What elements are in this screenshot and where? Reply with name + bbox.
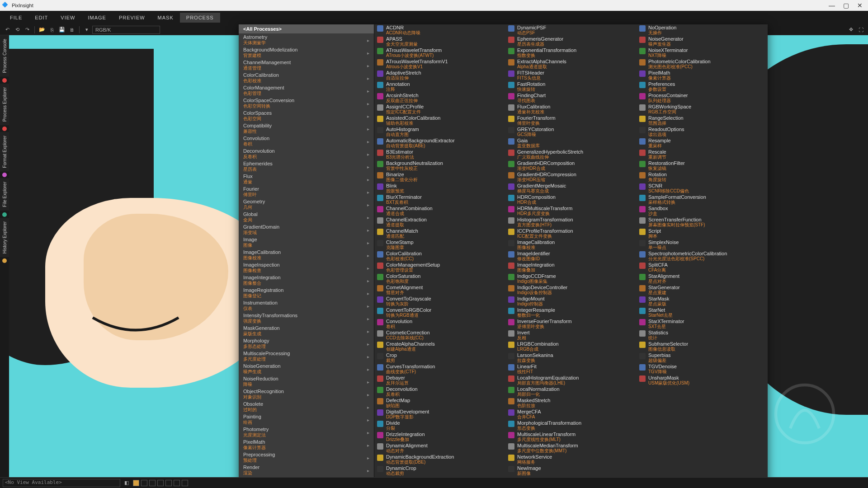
category-maskgeneration[interactable]: MaskGeneration蒙版生成▸ [239, 324, 374, 337]
process-gradienthdrcompression[interactable]: GradientHDRCompression渐变HDR压缩 [505, 171, 637, 183]
process-generalizedhyperbolicstretch[interactable]: GeneralizedHyperbolicStretch广义双曲线拉伸 [505, 149, 637, 160]
swatch-4[interactable] [165, 480, 172, 486]
process-hdrmultiscaletransform[interactable]: HDRMultiscaleTransformHDR多尺度变换 [505, 205, 637, 216]
category-gradientdomain[interactable]: GradientDomain渐变域▸ [239, 223, 374, 236]
category-photometry[interactable]: Photometry光度测定法▸ [239, 426, 374, 438]
saveall-icon[interactable]: 🗎 [67, 25, 76, 34]
process-gaia[interactable]: Gaia盖亚数据库 [505, 137, 637, 149]
category-morphology[interactable]: Morphology多形态处理▸ [239, 337, 374, 350]
view-toggle-icon[interactable]: ◧ [122, 479, 131, 488]
process-greycstoration[interactable]: GREYCstorationGCS降噪 [505, 126, 637, 137]
process-binarize[interactable]: Binarize图像二值化分析 [374, 171, 505, 183]
process-debayer[interactable]: Debayer反拜尔运算 [374, 375, 505, 386]
process-imagecalibration[interactable]: ImageCalibration图像校准 [505, 239, 637, 250]
process-blink[interactable]: Blink股眼预览 [374, 183, 505, 194]
process-dynamiccrop[interactable]: DynamicCrop动态裁剪 [374, 465, 505, 476]
category-noisegeneration[interactable]: NoiseGeneration噪声生成▸ [239, 362, 374, 375]
process-starxterminator[interactable]: StarXTerminatorSXT去星 [637, 318, 768, 329]
allprocesses-header[interactable]: <All Processes> [239, 24, 374, 33]
process-iccprofiletransformation[interactable]: ICCProfileTransformationICC配置文件变换 [505, 228, 637, 239]
process-assistedcolorcalibration[interactable]: AssistedColorCalibration辅助色彩校准 [374, 115, 505, 126]
process-acdnr[interactable]: ACDNRACDNR动态降噪 [374, 24, 505, 36]
process-restorationfilter[interactable]: RestorationFilter恢复滤镜 [637, 160, 768, 171]
redo-icon[interactable]: ↷ [23, 25, 32, 34]
process-screentransferfunction[interactable]: ScreenTransferFunction屏幕图像实时拉伸预览(STF) [637, 216, 768, 228]
category-preprocessing[interactable]: Preprocessing预处理▸ [239, 451, 374, 464]
process-autohistogram[interactable]: AutoHistogram自动直方图 [374, 126, 505, 137]
process-cosmeticcorrection[interactable]: CosmeticCorrectionCCD去除坏线(CC) [374, 329, 505, 341]
process-channelextraction[interactable]: ChannelExtraction通道提取 [374, 216, 505, 228]
open-icon[interactable]: 📂 [38, 25, 47, 34]
process-dynamicbackgroundextraction[interactable]: DynamicBackgroundExtraction动态背景提取(DBE) [374, 454, 505, 465]
process-clonestamp[interactable]: CloneStamp克隆图章 [374, 239, 505, 250]
swatch-3[interactable] [157, 480, 164, 486]
process-crop[interactable]: Crop裁剪 [374, 352, 505, 363]
swatch-0[interactable] [133, 480, 139, 486]
process-colormanagementsetup[interactable]: ColorManagementSetup色彩管理设置 [374, 262, 505, 273]
process-maskedstretch[interactable]: MaskedStretch色阶拉放 [505, 397, 637, 408]
process-converttorgbcolor[interactable]: ConvertToRGBColor转换为RGB通道 [374, 307, 505, 318]
process-splitcfa[interactable]: SplitCFACFA分离 [637, 262, 768, 273]
category-colorspaceconversion[interactable]: ColorSpaceConversion色彩空间转换▸ [239, 97, 374, 109]
process-stargenerator[interactable]: StarGenerator星点重建 [637, 284, 768, 296]
menu-preview[interactable]: PREVIEW [113, 13, 151, 23]
process-deconvolution[interactable]: Deconvolution反卷积 [374, 386, 505, 397]
process-extractalphachannels[interactable]: ExtractAlphaChannelsAlpha通道提取 [505, 58, 637, 70]
category-backgroundmodelization[interactable]: BackgroundModelization背景建模▸ [239, 46, 374, 59]
process-dynamicpsf[interactable]: DynamicPSF动态PSF [505, 24, 637, 36]
menu-mask[interactable]: MASK [151, 13, 180, 23]
undo-all-icon[interactable]: ⟲ [13, 25, 22, 34]
process-superbias[interactable]: Superbias超级偏差 [637, 352, 768, 363]
process-rangeselection[interactable]: RangeSelection范围选择 [637, 115, 768, 126]
process-invert[interactable]: Invert反相 [505, 329, 637, 341]
category-multiscaleprocessing[interactable]: MultiscaleProcessing多尺度处理▸ [239, 350, 374, 362]
category-imageintegration[interactable]: ImageIntegration图像整合▸ [239, 274, 374, 286]
category-imageregistration[interactable]: ImageRegistration图像登记▸ [239, 286, 374, 299]
process-fouriertransform[interactable]: FourierTransform傅里叶变换 [505, 115, 637, 126]
process-fastrotation[interactable]: FastRotation快速旋转 [505, 81, 637, 92]
category-fourier[interactable]: Fourier傅里叶▸ [239, 185, 374, 198]
process-apass[interactable]: APASS全天空光度测量 [374, 36, 505, 47]
category-compatibility[interactable]: Compatibility兼容性▸ [239, 122, 374, 135]
process-hdrcomposition[interactable]: HDRCompositionHDR合成 [505, 194, 637, 205]
process-multiscalemediantransform[interactable]: MultiscaleMedianTransform多尺度中位数变换(MMT) [505, 442, 637, 454]
process-adaptivestretch[interactable]: AdaptiveStretch自适应拉伸 [374, 70, 505, 81]
process-defectmap[interactable]: DefectMap缺陷图 [374, 397, 505, 408]
category-pixelmath[interactable]: PixelMath像素计算器▸ [239, 438, 374, 451]
maximize-icon[interactable]: ▢ [843, 2, 849, 9]
process-integerresample[interactable]: IntegerResample整数归一化 [505, 307, 637, 318]
process-gradienthdrcomposition[interactable]: GradientHDRComposition渐变HDR合成 [505, 160, 637, 171]
view-select[interactable]: <No View Available> [3, 479, 120, 487]
process-noisegenerator[interactable]: NoiseGenerator噪声发生器 [637, 36, 768, 47]
process-photometriccolorcalibration[interactable]: PhotometricColorCalibration测光图色彩校准(PCC) [637, 58, 768, 70]
category-colorcalibration[interactable]: ColorCalibration色彩校准▸ [239, 71, 374, 84]
process-resample[interactable]: Resample重采样 [637, 137, 768, 149]
process-inversefouriertransform[interactable]: InverseFourierTransform逆傅里叶变换 [505, 318, 637, 329]
category-intensitytransformations[interactable]: IntensityTransformations强度变换▸ [239, 312, 374, 324]
menu-process[interactable]: PROCESS [180, 13, 220, 23]
process-cometalignment[interactable]: CometAlignment彗星对齐 [374, 284, 505, 296]
process-divide[interactable]: Divide分裂 [374, 420, 505, 431]
dropdown1-icon[interactable]: ▾ [82, 25, 91, 34]
process-automaticbackgroundextractor[interactable]: AutomaticBackgroundExtractor自动背景提取(ABE) [374, 137, 505, 149]
swatch-1[interactable] [141, 480, 147, 486]
process-localhistogramequalization[interactable]: LocalHistogramEqualization局部直方图均衡器(LHE) [505, 375, 637, 386]
process-lrgbcombination[interactable]: LRGBCombinationLRGB合成 [505, 341, 637, 352]
process-converttograyscale[interactable]: ConvertToGrayscale转换为灰阶 [374, 296, 505, 307]
process-newimage[interactable]: NewImage新图像 [505, 465, 637, 476]
process-arcsinhstretch[interactable]: ArcsinhStretch反双曲正弦拉伸 [374, 92, 505, 103]
process-preferences[interactable]: Preferences参数设置 [637, 81, 768, 92]
process-gradientmergemosaic[interactable]: GradientMergeMosaic梯度马赛克合成 [505, 183, 637, 194]
process-spectrophotometriccolorcalibration[interactable]: SpectrophotometricColorCalibration分光光度法色… [637, 250, 768, 262]
process-sampleformatconversion[interactable]: SampleFormatConversion采样格式转换 [637, 194, 768, 205]
process-sandbox[interactable]: Sandbox沙盒 [637, 205, 768, 216]
process-channelcombination[interactable]: ChannelCombination通道合成 [374, 205, 505, 216]
process-atrouswavelettransform[interactable]: ATrousWaveletTransformATrous小波变换(ATWT) [374, 47, 505, 58]
category-global[interactable]: Global全局▸ [239, 211, 374, 223]
process-subframeselector[interactable]: SubframeSelector图像信息读取 [637, 341, 768, 352]
process-ephemerisgenerator[interactable]: EphemerisGenerator星历表生成器 [505, 36, 637, 47]
save-icon[interactable]: 💾 [57, 25, 66, 34]
move-icon[interactable]: ✥ [846, 25, 855, 34]
category-noisereduction[interactable]: NoiseReduction降噪▸ [239, 375, 374, 388]
vtab-format-explorer[interactable]: Format Explorer [0, 132, 9, 172]
